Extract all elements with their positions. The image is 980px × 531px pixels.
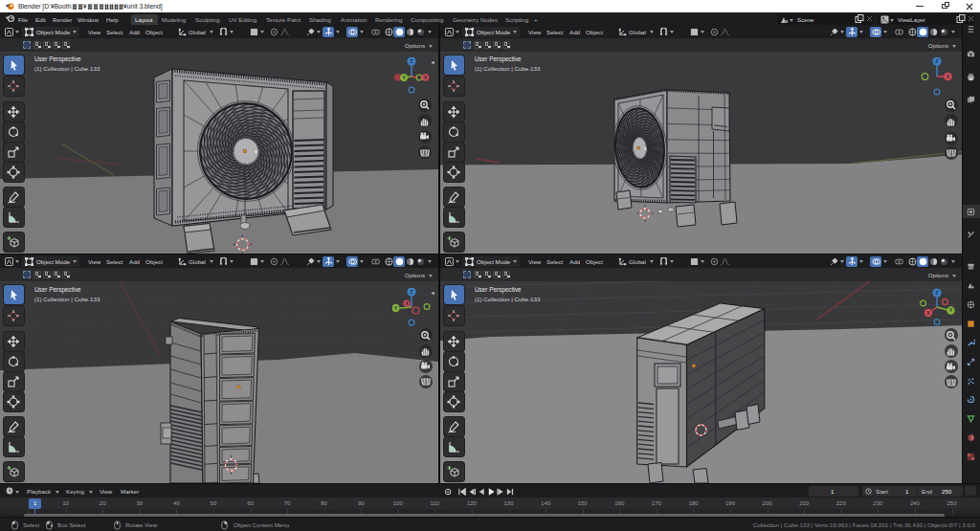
svg-text:X: X	[405, 300, 409, 306]
svg-text:Y: Y	[949, 307, 953, 313]
svg-text:X: X	[947, 74, 950, 79]
svg-text:Y: Y	[394, 305, 398, 311]
svg-text:Y: Y	[402, 75, 406, 80]
svg-text:X: X	[926, 310, 930, 316]
svg-text:X: X	[424, 75, 428, 80]
